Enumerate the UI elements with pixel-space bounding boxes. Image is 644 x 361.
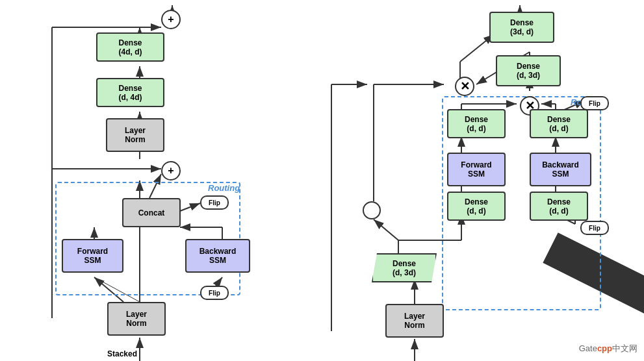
dense-d-3d-upper: Dense(d, 3d) — [496, 55, 561, 86]
dense-d-3d-para: Dense(d, 3d) — [372, 253, 437, 282]
forward-ssm-right: ForwardSSM — [447, 153, 506, 186]
watermark: Gatecpp中文网 — [579, 343, 638, 355]
layer-norm-bottom-left: LayerNorm — [107, 302, 166, 336]
stacked-label: Stacked — [107, 349, 137, 358]
dense-dd-bot-right: Dense(d, d) — [530, 192, 588, 221]
plus-top-circle: + — [161, 10, 181, 29]
routing-label-left: Routing — [208, 183, 240, 193]
sigma-left — [363, 201, 381, 219]
backward-ssm-right: BackwardSSM — [530, 153, 591, 186]
plus-mid-circle: + — [161, 161, 181, 180]
dense-4d-d-box: Dense(4d, d) — [96, 32, 164, 62]
x-multiply-outer: ✕ — [455, 77, 474, 96]
flip-top-left: Flip — [200, 195, 229, 210]
backward-ssm-left: BackwardSSM — [185, 239, 250, 273]
dense-dd-top-left: Dense(d, d) — [447, 109, 506, 138]
forward-ssm-left: ForwardSSM — [62, 239, 123, 273]
dense-3d-d-top: Dense(3d, d) — [489, 12, 554, 43]
flip-top-right: Flip — [580, 96, 609, 110]
flip-bottom-right: Flip — [580, 221, 609, 235]
dense-dd-bot-left: Dense(d, d) — [447, 192, 506, 221]
diagram-container: Stacked + Dense(4d, d) Dense(d, 4d) Laye… — [0, 0, 644, 361]
layer-norm-bottom-right: LayerNorm — [385, 304, 444, 338]
flip-bottom-left: Flip — [200, 286, 229, 300]
layer-norm-top: LayerNorm — [106, 118, 164, 152]
dense-dd-top-right: Dense(d, d) — [530, 109, 588, 138]
dense-d-4d-box: Dense(d, 4d) — [96, 78, 164, 107]
concat-box: Concat — [122, 198, 181, 227]
